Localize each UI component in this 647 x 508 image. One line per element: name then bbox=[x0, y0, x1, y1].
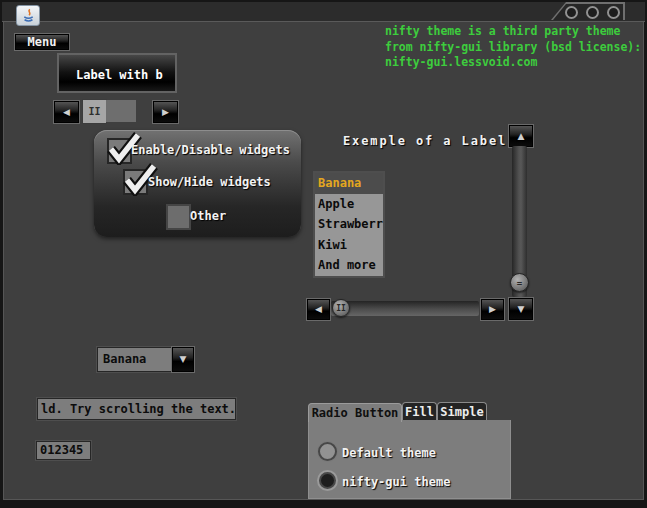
dropdown-open-button[interactable]: ▼ bbox=[171, 346, 195, 373]
window-button-3[interactable] bbox=[607, 6, 620, 19]
window-controls-inner bbox=[553, 4, 623, 20]
grip-horizontal-icon: = bbox=[517, 278, 522, 288]
checkbox-enable-disable[interactable] bbox=[107, 138, 132, 164]
list-item-and-more[interactable]: And more bbox=[315, 255, 383, 276]
grip-vertical-icon: II bbox=[336, 304, 346, 313]
hscroll-knob[interactable]: II bbox=[332, 299, 350, 317]
arrow-left-icon: ◀ bbox=[63, 108, 70, 117]
dropdown-selected-value: Banana bbox=[103, 352, 146, 366]
top-slider-thumb[interactable]: II bbox=[82, 99, 107, 124]
numeric-input[interactable]: 012345 bbox=[36, 441, 91, 460]
hscroll-left-button[interactable]: ◀ bbox=[306, 298, 331, 321]
tab-label: Simple bbox=[440, 405, 483, 419]
menu-button-label: Menu bbox=[28, 35, 57, 49]
pause-grip-icon: II bbox=[88, 106, 100, 117]
list-item-banana[interactable]: Banana bbox=[315, 173, 383, 194]
window-button-1[interactable] bbox=[565, 6, 578, 19]
menu-button[interactable]: Menu bbox=[14, 33, 70, 51]
tab-radio-button[interactable]: Radio Button bbox=[308, 403, 402, 422]
arrow-down-icon: ▼ bbox=[518, 305, 525, 314]
info-text: nifty theme is a third party theme from … bbox=[385, 24, 641, 71]
arrow-up-icon: ▲ bbox=[518, 132, 525, 141]
checkbox-show-hide[interactable] bbox=[123, 169, 148, 195]
info-line-1: nifty theme is a third party theme bbox=[385, 24, 641, 40]
fruit-dropdown[interactable]: Banana bbox=[97, 347, 176, 372]
radio-label-nifty-gui-theme: nifty-gui theme bbox=[342, 475, 450, 489]
info-line-2: from nifty-gui library (bsd license): bbox=[385, 40, 641, 56]
arrow-right-icon: ▶ bbox=[489, 305, 496, 314]
checkbox-label-show-hide: Show/Hide widgets bbox=[148, 175, 271, 189]
hscroll-right-button[interactable]: ▶ bbox=[480, 298, 505, 321]
application-window: Menu nifty theme is a third party theme … bbox=[0, 0, 647, 508]
fruit-listbox: Banana Apple Strawberry Kiwi And more bbox=[313, 171, 385, 278]
tab-simple[interactable]: Simple bbox=[437, 402, 487, 420]
checkbox-other[interactable] bbox=[166, 204, 191, 230]
numeric-input-value: 012345 bbox=[40, 443, 83, 457]
top-slider-left-arrow-button[interactable]: ◀ bbox=[53, 100, 80, 124]
info-line-3: nifty-gui.lessvoid.com bbox=[385, 55, 641, 71]
hscroll-track[interactable] bbox=[331, 301, 479, 316]
checkbox-panel: Enable/Disable widgets Show/Hide widgets… bbox=[94, 130, 301, 237]
java-app-icon bbox=[16, 5, 40, 26]
list-item-kiwi[interactable]: Kiwi bbox=[315, 235, 383, 256]
tab-fill[interactable]: Fill bbox=[402, 402, 437, 420]
checkbox-label-other: Other bbox=[190, 209, 226, 223]
vscroll-down-button[interactable]: ▼ bbox=[508, 297, 534, 321]
vscroll-up-button[interactable]: ▲ bbox=[508, 124, 534, 148]
tab-label: Fill bbox=[405, 405, 434, 419]
label-button-text: Label with b bbox=[76, 68, 163, 82]
radio-default-theme[interactable] bbox=[318, 442, 337, 461]
vscroll-knob[interactable]: = bbox=[510, 273, 529, 292]
list-item-strawberry[interactable]: Strawberry bbox=[315, 214, 383, 235]
radio-button-tab-panel: Default theme nifty-gui theme bbox=[308, 420, 511, 499]
scrolling-text-input[interactable]: ld. Try scrolling the text. bbox=[37, 398, 236, 420]
title-bar bbox=[2, 2, 645, 22]
scrolling-text-value: ld. Try scrolling the text. bbox=[41, 402, 236, 416]
arrow-right-icon: ▶ bbox=[162, 108, 169, 117]
checkbox-label-enable-disable: Enable/Disable widgets bbox=[131, 143, 290, 157]
tab-label: Radio Button bbox=[312, 406, 399, 420]
java-coffee-cup-icon bbox=[21, 8, 36, 24]
list-item-apple[interactable]: Apple bbox=[315, 194, 383, 215]
example-label: Exemple of a Label bbox=[343, 134, 507, 148]
radio-label-default-theme: Default theme bbox=[342, 446, 436, 460]
top-slider-track[interactable] bbox=[106, 100, 136, 122]
window-button-2[interactable] bbox=[586, 6, 599, 19]
top-slider-right-arrow-button[interactable]: ▶ bbox=[152, 100, 179, 124]
chevron-down-icon: ▼ bbox=[180, 355, 187, 364]
label-with-background-button[interactable]: Label with b bbox=[57, 53, 177, 93]
radio-nifty-gui-theme[interactable] bbox=[319, 472, 336, 489]
arrow-left-icon: ◀ bbox=[315, 305, 322, 314]
